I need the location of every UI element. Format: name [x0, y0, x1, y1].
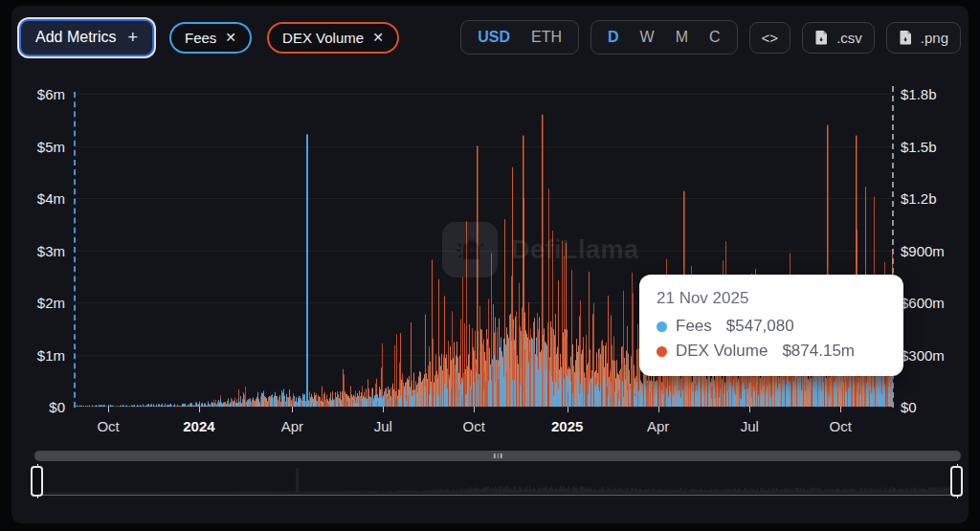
interval-option-w[interactable]: W — [630, 26, 665, 49]
currency-option-usd[interactable]: USD — [467, 26, 521, 49]
brush-baseline — [34, 495, 961, 496]
embed-icon: <> — [762, 30, 779, 46]
download-csv-button[interactable]: .csv — [802, 22, 875, 54]
toolbar: Add Metrics + Fees ✕ DEX Volume ✕ USD ET… — [19, 17, 961, 57]
interval-option-m[interactable]: M — [665, 26, 699, 49]
metric-chip-dex-volume[interactable]: DEX Volume ✕ — [267, 22, 399, 54]
brush-minichart[interactable] — [34, 463, 961, 495]
bars-plot[interactable] — [75, 94, 893, 407]
add-metrics-label: Add Metrics — [35, 29, 116, 46]
download-png-button[interactable]: .png — [886, 22, 961, 54]
file-download-icon — [814, 30, 829, 45]
add-metrics-button[interactable]: Add Metrics + — [19, 19, 154, 56]
metric-chip-fees[interactable]: Fees ✕ — [169, 22, 252, 54]
zoom-slider-track[interactable] — [34, 451, 961, 461]
interval-option-c[interactable]: C — [699, 26, 731, 49]
brush-handle-right[interactable] — [950, 466, 963, 497]
chip-label: DEX Volume — [282, 30, 364, 46]
currency-toggle: USD ETH — [460, 20, 579, 55]
csv-label: .csv — [836, 30, 862, 46]
close-icon[interactable]: ✕ — [372, 30, 384, 45]
close-icon[interactable]: ✕ — [225, 30, 236, 45]
toolbar-right: USD ETH D W M C <> .csv — [460, 20, 961, 55]
png-label: .png — [921, 30, 948, 46]
chip-label: Fees — [185, 30, 216, 46]
interval-toggle: D W M C — [590, 20, 738, 55]
plus-icon: + — [127, 28, 138, 48]
embed-button[interactable]: <> — [749, 22, 791, 54]
slider-grip-icon[interactable] — [494, 454, 502, 458]
currency-option-eth[interactable]: ETH — [521, 26, 572, 49]
brush-handle-left[interactable] — [31, 466, 43, 497]
toolbar-left: Add Metrics + Fees ✕ DEX Volume ✕ — [19, 19, 399, 56]
defillama-chart-page: Add Metrics + Fees ✕ DEX Volume ✕ USD ET… — [0, 0, 980, 531]
file-download-icon — [899, 30, 913, 45]
interval-option-d[interactable]: D — [597, 26, 630, 49]
